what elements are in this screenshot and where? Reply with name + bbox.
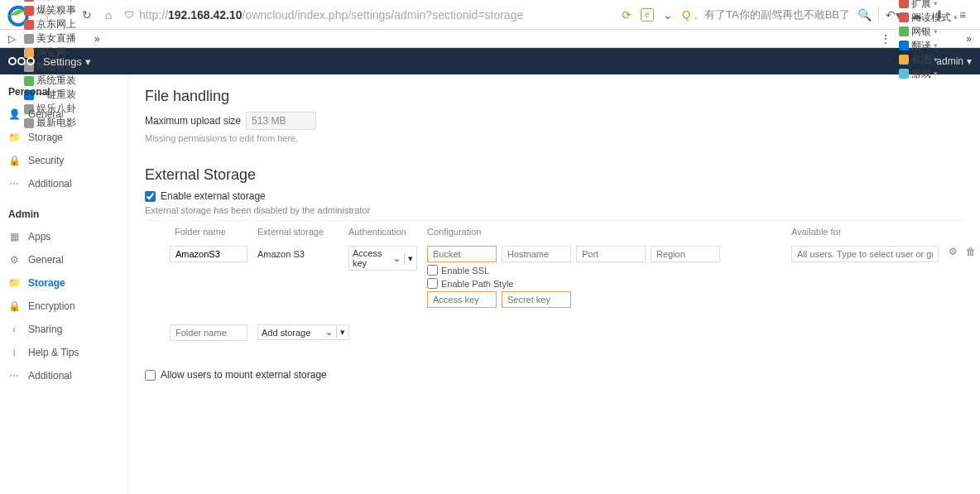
user-menu[interactable]: admin ▾ [936,55,972,67]
sidebar-item-label: Apps [28,231,50,242]
toolbar-item[interactable]: 翻译▾ [896,39,961,53]
bookmark-bar: ▷ 收藏手机收藏夹网上购物百度一下爆笑糗事京东网上美女直播淘宝网-网址导航系统重… [0,30,980,48]
sync-icon[interactable]: ⟳ [617,6,636,24]
allow-users-mount-input[interactable] [145,370,156,381]
hostname-input[interactable] [502,246,571,262]
url-path: /owncloud/index.php/settings/admin?secti… [243,8,524,22]
lock-icon: 🔒 [8,300,20,312]
address-bar[interactable]: 🛡 http://192.168.42.10/owncloud/index.ph… [119,8,617,22]
gear-icon[interactable]: ⚙ [949,246,958,257]
settings-content: File handling Maximum upload size Missin… [128,74,980,494]
sidebar-item-general[interactable]: 👤General [0,103,127,126]
toolbar-item[interactable]: 网银▾ [896,25,961,39]
sidebar-item-label: Storage [28,277,65,289]
sidebar-item-label: Help & Tips [28,347,79,358]
allow-users-mount-label: Allow users to mount external storage [161,369,327,381]
region-input[interactable] [651,246,720,262]
allow-users-mount-checkbox[interactable]: Allow users to mount external storage [145,369,963,381]
caret-down-icon: ▾ [85,55,91,68]
bookmark-expand[interactable]: ▷ [5,33,19,45]
upload-hint: Missing permissions to edit from here. [145,133,963,143]
sidebar-item-additional[interactable]: ⋯Additional [0,172,127,195]
available-for-input[interactable] [791,246,939,262]
settings-dropdown[interactable]: Settings ▾ [43,55,91,68]
search-icon[interactable]: 🔍 [855,6,873,24]
search-hint[interactable]: Q。有了TA你的副驾再也不敢BB了 [682,7,850,22]
external-storage-title: External Storage [145,166,963,184]
gear-icon: ⚙ [8,254,20,266]
access-key-input[interactable] [427,291,497,308]
url-protocol: http:// [139,8,168,22]
sidebar-item-additional[interactable]: ⋯Additional [0,364,127,387]
enable-external-checkbox[interactable]: Enable external storage [145,190,963,202]
lock-icon: 🔒 [8,155,20,166]
sidebar-item-general[interactable]: ⚙General [0,248,127,271]
sidebar-head-admin: Admin [0,204,127,225]
sidebar-item-security[interactable]: 🔒Security [0,149,127,172]
url-host: 192.168.42.10 [168,8,243,22]
share-icon: ‹ [8,324,20,335]
sidebar-item-label: Additional [28,178,72,189]
dropdown-icon[interactable]: ⌄ [659,6,677,24]
toolbar-item[interactable]: 阅读模式▾ [896,11,961,25]
shield-icon: 🛡 [124,9,134,21]
settings-sidebar: Personal 👤General📁Storage🔒Security⋯Addit… [0,74,128,494]
col-avail: Available for [786,224,944,239]
toolbar-item[interactable]: 扩展▾ [896,0,961,11]
dots-icon: ⋯ [8,178,20,189]
enable-external-label: Enable external storage [161,190,266,202]
storage-table-header: Folder name External storage Authenticat… [145,220,963,242]
max-upload-label: Maximum upload size [145,115,241,127]
bookmark-item[interactable]: 爆笑糗事 [21,3,89,17]
sidebar-item-storage[interactable]: 📁Storage [0,271,127,295]
sidebar-item-label: Encryption [28,300,75,312]
dots-icon: ⋯ [8,370,20,381]
port-input[interactable] [576,246,646,262]
sidebar-item-label: Sharing [28,324,62,335]
auth-select[interactable]: Access key⌄▾ [348,246,417,271]
folder-icon: 📁 [8,132,20,143]
bookmark-menu[interactable]: ⋮ [877,33,894,45]
e-icon[interactable]: e [641,8,654,22]
col-folder: Folder name [145,224,252,239]
col-conf: Configuration [422,224,786,239]
storage-row-amazons3: Amazon S3 Access key⌄▾ Enable SSL Enable… [145,242,963,311]
sidebar-item-encryption[interactable]: 🔒Encryption [0,295,127,318]
sidebar-item-apps[interactable]: ▦Apps [0,225,127,248]
sidebar-item-label: Additional [28,370,72,381]
add-storage-select[interactable]: Add storage⌄▾ [257,324,349,340]
sidebar-item-label: General [28,108,64,120]
owncloud-logo[interactable] [8,57,35,65]
bucket-input[interactable] [427,246,497,262]
app-header: Settings ▾ admin ▾ [0,48,980,74]
enable-ssl-checkbox[interactable]: Enable SSL [427,265,781,276]
sidebar-item-help-tips[interactable]: iHelp & Tips [0,341,127,364]
bookmark-item[interactable]: 美女直播 [21,31,89,46]
home-button[interactable]: ⌂ [98,4,119,26]
sidebar-item-label: Storage [28,132,63,143]
file-handling-title: File handling [145,88,963,105]
sidebar-item-label: Security [28,155,64,166]
enable-path-checkbox[interactable]: Enable Path Style [427,278,781,289]
storage-type-cell: Amazon S3 [252,244,343,261]
toolbar-more[interactable]: » [963,33,975,45]
enable-external-input[interactable] [145,191,156,202]
user-icon: 👤 [8,108,20,120]
grid-icon: ▦ [8,231,20,242]
sidebar-item-storage[interactable]: 📁Storage [0,126,127,149]
storage-add-row: Add storage⌄▾ [145,318,963,348]
user-label: admin [936,55,963,67]
sidebar-item-sharing[interactable]: ‹Sharing [0,318,127,341]
bookmark-more[interactable]: » [91,33,103,45]
settings-label: Settings [43,55,82,68]
bookmark-item[interactable]: 京东网上 [21,17,89,31]
new-folder-input[interactable] [170,324,247,341]
info-icon: i [8,347,20,358]
folder-icon: 📁 [8,277,20,289]
sidebar-item-label: General [28,254,64,266]
folder-name-input[interactable] [170,246,247,262]
caret-down-icon: ▾ [967,55,972,67]
external-disabled-note: External storage has been disabled by th… [145,205,963,215]
trash-icon[interactable]: 🗑 [966,246,976,257]
secret-key-input[interactable] [502,291,571,308]
